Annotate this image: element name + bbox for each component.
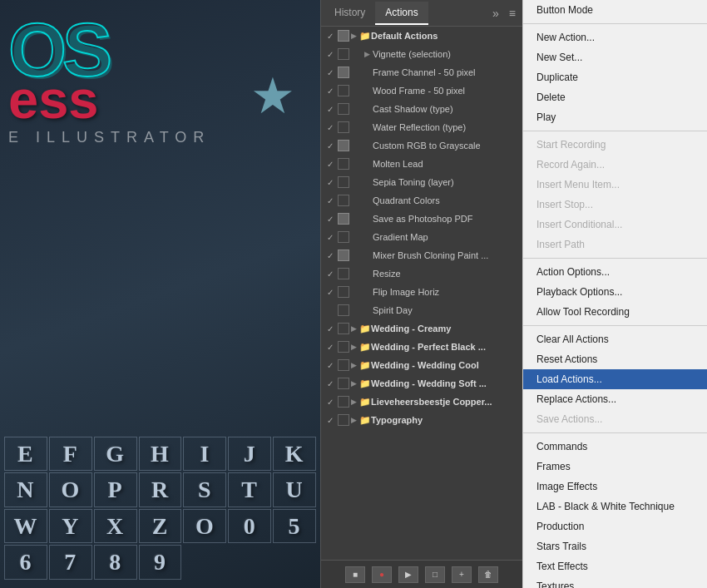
letter-item: J <box>228 437 271 472</box>
action-row[interactable]: ✓Save as Photoshop PDF <box>321 210 522 228</box>
menu-icon[interactable]: ≡ <box>506 5 519 22</box>
action-row[interactable]: ✓Flip Image Horiz <box>321 283 522 301</box>
folder-icon: 📁 <box>359 415 371 426</box>
check-mark: ✓ <box>324 288 336 297</box>
action-name: Wedding - Perfect Black ... <box>371 342 519 352</box>
action-checkbox[interactable] <box>338 67 349 78</box>
menu-item[interactable]: Action Options... <box>523 262 707 282</box>
expand-icon[interactable]: » <box>489 5 502 22</box>
menu-item: Insert Path <box>523 235 707 254</box>
action-checkbox[interactable] <box>338 176 349 188</box>
action-row[interactable]: ✓▶📁Wedding - Wedding Soft ... <box>321 374 522 393</box>
menu-item[interactable]: Play <box>523 107 707 127</box>
actions-list: ✓▶📁Default Actions✓▶Vignette (selection)… <box>321 27 522 560</box>
menu-item[interactable]: Image Effects <box>523 477 707 497</box>
action-row[interactable]: ✓Wood Frame - 50 pixel <box>321 82 522 100</box>
menu-item[interactable]: New Set... <box>523 47 707 67</box>
menu-item[interactable]: New Action... <box>523 27 707 47</box>
new-button[interactable]: + <box>452 566 472 583</box>
action-checkbox[interactable] <box>338 48 349 60</box>
action-checkbox[interactable] <box>338 323 349 334</box>
folder-icon: 📁 <box>359 324 371 334</box>
action-row[interactable]: Spirit Day <box>321 301 522 319</box>
action-name: Molten Lead <box>373 159 519 169</box>
action-row[interactable]: ✓Water Reflection (type) <box>321 118 522 136</box>
letter-item: U <box>273 472 316 507</box>
action-row[interactable]: ✓Sepia Toning (layer) <box>321 173 522 191</box>
menu-item[interactable]: Commands <box>523 437 707 457</box>
action-row[interactable]: ✓▶Vignette (selection) <box>321 45 522 63</box>
action-row[interactable]: ✓▶📁Default Actions <box>321 27 522 45</box>
delete-button[interactable]: 🗑 <box>478 566 498 583</box>
menu-item[interactable]: Production <box>523 516 707 536</box>
letter-item: 9 <box>139 545 182 580</box>
action-name: Wood Frame - 50 pixel <box>373 86 519 96</box>
action-row[interactable]: ✓Molten Lead <box>321 155 522 173</box>
tab-history[interactable]: History <box>324 2 375 25</box>
action-row[interactable]: ✓▶📁Typography <box>321 411 522 429</box>
action-row[interactable]: ✓▶📁Wedding - Creamy <box>321 319 522 338</box>
letter-item: N <box>4 472 47 507</box>
menu-item[interactable]: Clear All Actions <box>523 329 707 349</box>
menu-item[interactable]: Stars Trails <box>523 536 707 556</box>
menu-item[interactable]: Playback Options... <box>523 282 707 302</box>
action-row[interactable]: ✓Custom RGB to Grayscale <box>321 136 522 155</box>
action-row[interactable]: ✓Resize <box>321 264 522 283</box>
action-checkbox[interactable] <box>338 30 349 42</box>
action-row[interactable]: ✓Frame Channel - 50 pixel <box>321 63 522 82</box>
action-checkbox[interactable] <box>338 414 349 426</box>
action-row[interactable]: ✓Cast Shadow (type) <box>321 100 522 118</box>
action-row[interactable]: ✓Quadrant Colors <box>321 191 522 210</box>
action-checkbox[interactable] <box>338 250 349 261</box>
folder-button[interactable]: □ <box>425 566 445 583</box>
action-checkbox[interactable] <box>338 304 349 316</box>
menu-item[interactable]: Allow Tool Recording <box>523 302 707 322</box>
action-checkbox[interactable] <box>338 103 349 115</box>
letter-item: O <box>183 509 226 544</box>
action-checkbox[interactable] <box>338 158 349 170</box>
letter-item: S <box>183 472 226 507</box>
play-button[interactable]: ▶ <box>398 566 418 583</box>
action-checkbox[interactable] <box>338 359 349 371</box>
action-name: Wedding - Wedding Soft ... <box>371 378 519 388</box>
letter-item: W <box>4 509 47 544</box>
menu-item[interactable]: Textures <box>523 576 707 588</box>
menu-item[interactable]: Load Actions... <box>523 369 707 389</box>
action-row[interactable]: ✓Gradient Map <box>321 228 522 246</box>
tab-actions[interactable]: Actions <box>375 2 428 25</box>
action-checkbox[interactable] <box>338 85 349 96</box>
letter-item: R <box>139 472 182 507</box>
action-checkbox[interactable] <box>338 140 349 151</box>
menu-item[interactable]: Button Mode <box>523 0 707 20</box>
menu-item[interactable]: Delete <box>523 87 707 107</box>
action-row[interactable]: ✓▶📁Wedding - Perfect Black ... <box>321 338 522 356</box>
menu-item: Record Again... <box>523 155 707 175</box>
action-checkbox[interactable] <box>338 396 349 408</box>
action-checkbox[interactable] <box>338 231 349 243</box>
record-button[interactable]: ● <box>372 566 392 583</box>
letters-grid: EFGHIJKNOPRSTUWYXZO056789 <box>0 428 320 588</box>
letter-item: O <box>49 472 92 507</box>
action-checkbox[interactable] <box>338 213 349 225</box>
menu-item[interactable]: Frames <box>523 457 707 477</box>
action-checkbox[interactable] <box>338 195 349 206</box>
menu-item[interactable]: Text Effects <box>523 556 707 576</box>
check-mark: ✓ <box>324 50 336 59</box>
action-row[interactable]: ✓▶📁Lieveheersbeestje Copper... <box>321 393 522 411</box>
stop-button[interactable]: ■ <box>345 566 365 583</box>
action-checkbox[interactable] <box>338 121 349 133</box>
menu-separator <box>523 131 707 131</box>
action-checkbox[interactable] <box>338 286 349 298</box>
action-checkbox[interactable] <box>338 268 349 279</box>
folder-icon: 📁 <box>359 360 371 371</box>
action-row[interactable]: ✓▶📁Wedding - Wedding Cool <box>321 356 522 374</box>
menu-item[interactable]: Reset Actions <box>523 349 707 369</box>
action-name: Custom RGB to Grayscale <box>373 141 519 151</box>
action-checkbox[interactable] <box>338 378 349 389</box>
menu-item[interactable]: Replace Actions... <box>523 389 707 409</box>
action-row[interactable]: ✓Mixer Brush Cloning Paint ... <box>321 246 522 264</box>
menu-item[interactable]: LAB - Black & White Technique <box>523 497 707 516</box>
arrow-icon: ▶ <box>351 379 359 388</box>
menu-item[interactable]: Duplicate <box>523 67 707 87</box>
action-checkbox[interactable] <box>338 341 349 353</box>
